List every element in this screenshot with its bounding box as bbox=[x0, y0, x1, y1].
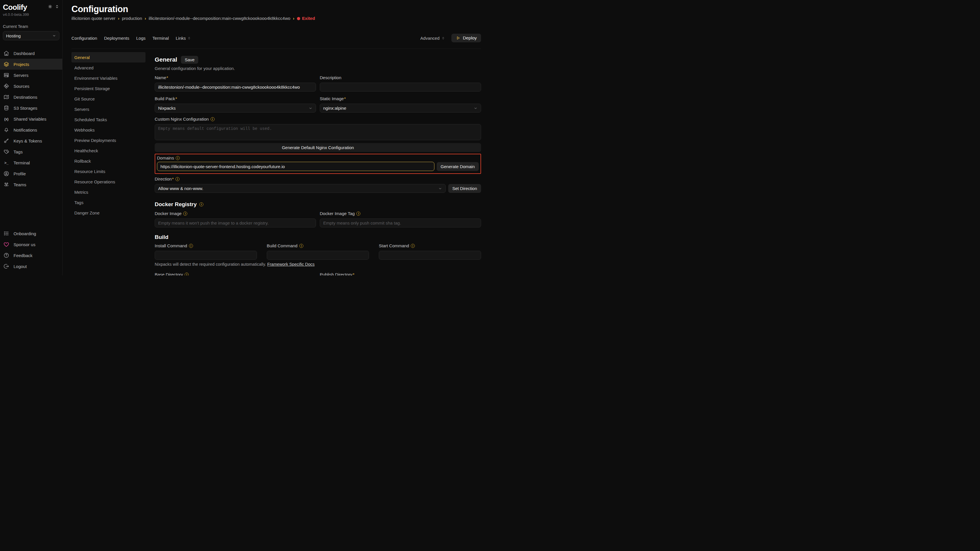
info-icon[interactable] bbox=[356, 211, 360, 216]
domains-label: Domains bbox=[157, 155, 174, 160]
config-menu-healthcheck[interactable]: Healthcheck bbox=[72, 145, 145, 156]
sidebar-item-sources[interactable]: Sources bbox=[3, 81, 59, 92]
info-icon[interactable] bbox=[176, 156, 180, 160]
sidebar-item-onboarding[interactable]: Onboarding bbox=[3, 228, 59, 239]
info-icon[interactable] bbox=[175, 177, 180, 181]
description-input[interactable] bbox=[320, 83, 481, 92]
tab-links-label: Links bbox=[176, 36, 186, 41]
sun-icon[interactable] bbox=[48, 4, 52, 9]
sidebar-item-feedback[interactable]: Feedback bbox=[3, 250, 59, 261]
sidebar-item-teams[interactable]: Teams bbox=[3, 179, 59, 190]
team-select[interactable]: Hosting bbox=[3, 31, 59, 40]
config-menu-rollback[interactable]: Rollback bbox=[72, 156, 145, 166]
framework-docs-link[interactable]: Framework Specific Docs bbox=[267, 262, 315, 267]
install-command-input[interactable] bbox=[155, 251, 257, 260]
static-image-label: Static Image bbox=[320, 96, 346, 101]
app-version: v4.0.0-beta.399 bbox=[3, 13, 59, 17]
direction-select[interactable]: Allow www & non-www. bbox=[155, 184, 445, 193]
base-directory-label: Base Directory bbox=[155, 272, 183, 275]
breadcrumb-environment[interactable]: production bbox=[122, 16, 142, 21]
info-icon[interactable] bbox=[299, 244, 303, 248]
config-menu-metrics[interactable]: Metrics bbox=[72, 187, 145, 197]
sidebar-item-profile[interactable]: Profile bbox=[3, 168, 59, 179]
sidebar-item-keys-tokens[interactable]: Keys & Tokens bbox=[3, 135, 59, 146]
sidebar-item-s3-storages[interactable]: S3 Storages bbox=[3, 103, 59, 113]
info-icon[interactable] bbox=[199, 202, 204, 206]
sidebar-item-logout[interactable]: Logout bbox=[3, 261, 59, 272]
generate-domain-button[interactable]: Generate Domain bbox=[437, 162, 479, 171]
config-menu-general[interactable]: General bbox=[72, 52, 145, 62]
tab-configuration[interactable]: Configuration bbox=[72, 36, 97, 41]
base-directory-field-group: Base Directory bbox=[155, 272, 316, 275]
sidebar: Coolify v4.0.0-beta.399 Current Team Hos… bbox=[0, 0, 62, 275]
breadcrumb-chevron-icon: › bbox=[145, 16, 146, 21]
build-pack-select[interactable]: Nixpacks bbox=[155, 104, 316, 113]
info-icon[interactable] bbox=[185, 273, 189, 276]
deploy-button[interactable]: Deploy bbox=[452, 34, 481, 42]
config-menu-resource-operations[interactable]: Resource Operations bbox=[72, 176, 145, 187]
tab-links[interactable]: Links bbox=[176, 36, 191, 41]
config-menu-scheduled-tasks[interactable]: Scheduled Tasks bbox=[72, 114, 145, 125]
static-image-select[interactable]: nginx:alpine bbox=[320, 104, 481, 113]
database-icon bbox=[3, 105, 9, 111]
custom-nginx-textarea[interactable] bbox=[155, 124, 481, 140]
key-icon bbox=[3, 138, 9, 144]
docker-image-tag-input[interactable] bbox=[320, 219, 481, 227]
install-command-label: Install Command bbox=[155, 243, 187, 248]
generate-nginx-button[interactable]: Generate Default Nginx Configuration bbox=[155, 143, 481, 152]
domains-input[interactable] bbox=[157, 162, 434, 171]
updown-chevron-icon[interactable] bbox=[55, 4, 59, 9]
breadcrumb-project[interactable]: illicitonion quote server bbox=[72, 16, 116, 21]
sidebar-item-servers[interactable]: Servers bbox=[3, 70, 59, 81]
config-menu-resource-limits[interactable]: Resource Limits bbox=[72, 166, 145, 176]
custom-nginx-field-group: Custom Nginx Configuration bbox=[155, 116, 481, 141]
docker-image-input[interactable] bbox=[155, 219, 316, 227]
team-select-value: Hosting bbox=[6, 33, 21, 38]
config-menu-servers[interactable]: Servers bbox=[72, 104, 145, 114]
advanced-label: Advanced bbox=[420, 36, 439, 41]
info-icon[interactable] bbox=[211, 117, 215, 121]
save-button[interactable]: Save bbox=[181, 56, 198, 64]
docker-image-tag-field-group: Docker Image Tag bbox=[320, 211, 481, 227]
tags-icon bbox=[3, 149, 9, 155]
user-icon bbox=[3, 171, 9, 176]
sidebar-item-destinations[interactable]: Destinations bbox=[3, 92, 59, 103]
sidebar-item-label: Destinations bbox=[14, 95, 37, 100]
config-menu-advanced[interactable]: Advanced bbox=[72, 62, 145, 73]
name-input[interactable] bbox=[155, 83, 316, 92]
advanced-dropdown[interactable]: Advanced bbox=[420, 36, 445, 41]
breadcrumb-chevron-icon: › bbox=[293, 16, 294, 21]
sidebar-item-tags[interactable]: Tags bbox=[3, 146, 59, 157]
tab-logs[interactable]: Logs bbox=[136, 36, 146, 41]
config-menu-preview-deployments[interactable]: Preview Deployments bbox=[72, 135, 145, 145]
variables-icon: (x) bbox=[3, 117, 9, 121]
config-menu-environment-variables[interactable]: Environment Variables bbox=[72, 73, 145, 83]
info-icon[interactable] bbox=[183, 211, 187, 216]
info-icon[interactable] bbox=[411, 244, 415, 248]
config-menu-tags[interactable]: Tags bbox=[72, 197, 145, 208]
start-command-label: Start Command bbox=[379, 243, 409, 248]
sidebar-item-sponsor-us[interactable]: Sponsor us bbox=[3, 239, 59, 250]
info-icon[interactable] bbox=[189, 244, 193, 248]
general-form: General Save General configuration for y… bbox=[155, 52, 481, 275]
sidebar-item-notifications[interactable]: Notifications bbox=[3, 124, 59, 135]
tab-terminal[interactable]: Terminal bbox=[153, 36, 169, 41]
breadcrumb-application[interactable]: illicitestonion/-module--decomposition:m… bbox=[149, 16, 290, 21]
set-direction-button[interactable]: Set Direction bbox=[448, 184, 481, 193]
config-menu-persistent-storage[interactable]: Persistent Storage bbox=[72, 83, 145, 94]
start-command-input[interactable] bbox=[379, 251, 481, 260]
config-menu-danger-zone[interactable]: Danger Zone bbox=[72, 208, 145, 218]
publish-directory-field-group: Publish Directory bbox=[320, 272, 481, 275]
build-command-label: Build Command bbox=[267, 243, 298, 248]
sidebar-item-terminal[interactable]: >_ Terminal bbox=[3, 157, 59, 168]
config-menu-webhooks[interactable]: Webhooks bbox=[72, 125, 145, 135]
breadcrumb-chevron-icon: › bbox=[118, 16, 119, 21]
tab-deployments[interactable]: Deployments bbox=[104, 36, 129, 41]
sidebar-item-projects[interactable]: Projects bbox=[0, 59, 62, 70]
sidebar-item-dashboard[interactable]: Dashboard bbox=[3, 48, 59, 59]
status-dot-icon bbox=[297, 17, 300, 20]
sidebar-item-shared-variables[interactable]: (x) Shared Variables bbox=[3, 113, 59, 124]
config-menu-git-source[interactable]: Git Source bbox=[72, 94, 145, 104]
build-command-input[interactable] bbox=[267, 251, 369, 260]
sidebar-item-label: Feedback bbox=[14, 253, 33, 258]
